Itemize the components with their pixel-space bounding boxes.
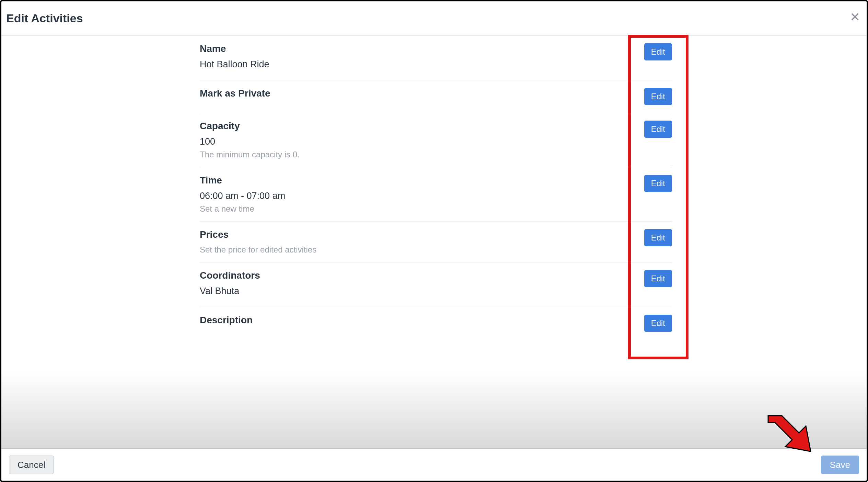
edit-capacity-button[interactable]: Edit <box>644 121 672 138</box>
capacity-label: Capacity <box>200 121 638 136</box>
svg-marker-0 <box>768 416 811 451</box>
modal-header: Edit Activities ✕ <box>1 1 867 36</box>
name-label: Name <box>200 43 638 59</box>
prices-hint: Set the price for edited activities <box>200 245 638 255</box>
edit-coordinators-button[interactable]: Edit <box>644 270 672 287</box>
field-row-capacity: Capacity 100 The minimum capacity is 0. … <box>200 113 672 167</box>
capacity-hint: The minimum capacity is 0. <box>200 150 638 159</box>
form-column: Name Hot Balloon Ride Edit Mark as Priva… <box>200 36 672 339</box>
coordinators-value: Val Bhuta <box>200 286 638 299</box>
save-button[interactable]: Save <box>821 456 859 474</box>
edit-activities-modal: Edit Activities ✕ Name Hot Balloon Ride … <box>0 0 868 482</box>
annotation-arrow-icon <box>765 413 813 454</box>
coordinators-label: Coordinators <box>200 270 638 286</box>
bottom-fade <box>1 373 867 448</box>
description-label: Description <box>200 315 638 326</box>
close-icon[interactable]: ✕ <box>848 11 862 25</box>
field-row-description: Description Edit <box>200 307 672 339</box>
form-area: Name Hot Balloon Ride Edit Mark as Priva… <box>1 36 867 339</box>
edit-time-button[interactable]: Edit <box>644 175 672 192</box>
time-label: Time <box>200 175 638 191</box>
field-row-name: Name Hot Balloon Ride Edit <box>200 36 672 80</box>
edit-description-button[interactable]: Edit <box>644 315 672 332</box>
time-value: 06:00 am - 07:00 am <box>200 191 638 204</box>
field-row-coordinators: Coordinators Val Bhuta Edit <box>200 262 672 307</box>
field-row-time: Time 06:00 am - 07:00 am Set a new time … <box>200 167 672 222</box>
mark-private-label: Mark as Private <box>200 88 638 99</box>
time-hint: Set a new time <box>200 204 638 214</box>
edit-mark-private-button[interactable]: Edit <box>644 88 672 105</box>
field-row-mark-private: Mark as Private Edit <box>200 80 672 113</box>
edit-prices-button[interactable]: Edit <box>644 229 672 246</box>
name-value: Hot Balloon Ride <box>200 59 638 72</box>
prices-label: Prices <box>200 229 638 245</box>
edit-name-button[interactable]: Edit <box>644 43 672 60</box>
cancel-button[interactable]: Cancel <box>9 456 54 474</box>
field-row-prices: Prices Set the price for edited activiti… <box>200 222 672 262</box>
modal-footer: Cancel Save <box>1 448 867 481</box>
modal-title: Edit Activities <box>6 12 83 25</box>
capacity-value: 100 <box>200 136 638 150</box>
